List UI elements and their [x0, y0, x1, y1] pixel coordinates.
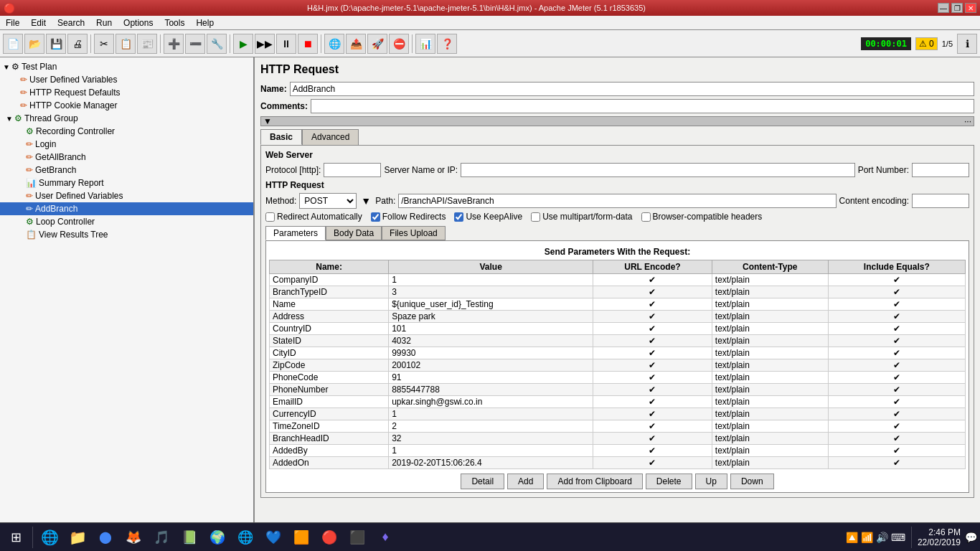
close-button[interactable]: ✕	[965, 3, 976, 13]
table-row[interactable]: StateID 4032 ✔ text/plain ✔	[270, 335, 966, 347]
start-button[interactable]: ⊞	[3, 525, 29, 550]
table-row[interactable]: CurrencyID 1 ✔ text/plain ✔	[270, 408, 966, 420]
tree-item-thread-group[interactable]: ▼ ⚙ Thread Group	[0, 112, 253, 125]
taskbar-app-chrome2[interactable]: 🌐	[232, 525, 258, 550]
server-name-input[interactable]	[461, 163, 855, 177]
table-row[interactable]: Address Spaze park ✔ text/plain ✔	[270, 311, 966, 323]
taskbar-app-chrome[interactable]: ⬤	[93, 525, 118, 550]
toolbar-toggle[interactable]: 🔧	[207, 34, 227, 54]
tree-toggle-thread-group[interactable]: ▼	[6, 115, 13, 123]
detail-button[interactable]: Detail	[461, 474, 504, 489]
toolbar-save-as[interactable]: 🖨	[67, 34, 88, 54]
table-row[interactable]: BranchTypeID 3 ✔ text/plain ✔	[270, 286, 966, 298]
table-row[interactable]: AddedOn 2019-02-20T15:06:26.4 ✔ text/pla…	[270, 457, 966, 469]
toolbar-collapse[interactable]: ➖	[185, 34, 205, 54]
follow-redirects-checkbox[interactable]	[371, 212, 380, 222]
toolbar-help[interactable]: ❓	[437, 34, 457, 54]
tray-notification[interactable]: 💬	[965, 532, 977, 543]
table-row[interactable]: CompanyID 1 ✔ text/plain ✔	[270, 274, 966, 286]
table-row[interactable]: EmailID upkar.singh@gswi.co.in ✔ text/pl…	[270, 396, 966, 408]
tab-basic[interactable]: Basic	[260, 129, 302, 145]
tree-item-view-results-tree[interactable]: 📋 View Results Tree	[0, 228, 253, 241]
path-input[interactable]	[398, 194, 836, 208]
taskbar-app-firefox[interactable]: 🦊	[121, 525, 146, 550]
redirect-auto-checkbox[interactable]	[265, 212, 275, 222]
toolbar-expand[interactable]: ➕	[164, 34, 184, 54]
taskbar-app-jmeter[interactable]: 🔴	[316, 525, 342, 550]
menu-tools[interactable]: Tools	[159, 17, 190, 29]
method-select[interactable]: POST GET PUT DELETE	[299, 193, 357, 209]
inner-tab-files-upload[interactable]: Files Upload	[382, 226, 446, 240]
toolbar-paste[interactable]: 📰	[137, 34, 157, 54]
table-row[interactable]: CityID 99930 ✔ text/plain ✔	[270, 347, 966, 359]
toolbar-save[interactable]: 💾	[46, 34, 66, 54]
add-button[interactable]: Add	[507, 474, 544, 489]
tree-item-loop-controller[interactable]: ⚙ Loop Controller	[0, 215, 253, 228]
menu-edit[interactable]: Edit	[25, 17, 52, 29]
table-row[interactable]: CountryID 101 ✔ text/plain ✔	[270, 323, 966, 335]
table-row[interactable]: ZipCode 200102 ✔ text/plain ✔	[270, 359, 966, 372]
tree-item-login[interactable]: ✏ Login	[0, 138, 253, 151]
name-input[interactable]	[290, 82, 974, 96]
content-encoding-input[interactable]	[912, 194, 969, 208]
up-button[interactable]: Up	[695, 474, 727, 489]
table-row[interactable]: BranchHeadID 32 ✔ text/plain ✔	[270, 433, 966, 445]
taskbar-app-music[interactable]: 🎵	[149, 525, 174, 550]
tree-item-udv2[interactable]: ✏ User Defined Variables	[0, 189, 253, 202]
table-row[interactable]: PhoneCode 91 ✔ text/plain ✔	[270, 372, 966, 384]
tray-keyboard[interactable]: ⌨	[891, 532, 905, 543]
tree-item-test-plan[interactable]: ▼ ⚙ Test Plan	[0, 60, 253, 73]
taskbar-app-explorer[interactable]: 📁	[65, 525, 90, 550]
taskbar-app-ie[interactable]: 🌍	[204, 525, 230, 550]
toolbar-copy[interactable]: 📋	[116, 34, 136, 54]
multipart-checkbox[interactable]	[531, 212, 540, 222]
toolbar-clear[interactable]: 🌐	[324, 34, 344, 54]
restore-button[interactable]: ❐	[951, 3, 963, 13]
table-row[interactable]: PhoneNumber 8855447788 ✔ text/plain ✔	[270, 384, 966, 396]
port-input[interactable]	[912, 163, 969, 177]
tree-item-recording-controller[interactable]: ⚙ Recording Controller	[0, 125, 253, 138]
table-row[interactable]: TimeZoneID 2 ✔ text/plain ✔	[270, 420, 966, 433]
taskbar-app-excel[interactable]: 📗	[176, 525, 202, 550]
taskbar-app-vs[interactable]: ♦	[372, 525, 398, 550]
taskbar-app-edge[interactable]: 🌐	[37, 525, 62, 550]
minimize-button[interactable]: —	[938, 3, 949, 13]
menu-help[interactable]: Help	[190, 17, 220, 29]
comments-input[interactable]	[311, 99, 974, 113]
browser-compat-checkbox[interactable]	[641, 212, 651, 222]
keepalive-checkbox[interactable]	[454, 212, 463, 222]
toolbar-remote-start[interactable]: 🚀	[367, 34, 387, 54]
menu-file[interactable]: File	[0, 17, 25, 29]
toolbar-remote-stop[interactable]: ⛔	[389, 34, 409, 54]
tray-volume[interactable]: 🔊	[876, 532, 888, 543]
add-clipboard-button[interactable]: Add from Clipboard	[547, 474, 642, 489]
clock[interactable]: 2:46 PM 22/02/2019	[918, 527, 961, 547]
tab-advanced[interactable]: Advanced	[302, 129, 359, 145]
toolbar-new[interactable]: 📄	[3, 34, 23, 54]
table-row[interactable]: AddedBy 1 ✔ text/plain ✔	[270, 445, 966, 457]
tree-item-http-defaults[interactable]: ✏ HTTP Request Defaults	[0, 86, 253, 99]
inner-tab-parameters[interactable]: Parameters	[265, 226, 326, 240]
tree-toggle-test-plan[interactable]: ▼	[3, 63, 10, 71]
tree-item-cookie-manager[interactable]: ✏ HTTP Cookie Manager	[0, 99, 253, 112]
menu-run[interactable]: Run	[90, 17, 118, 29]
toolbar-pause[interactable]: ⏸	[276, 34, 296, 54]
tray-up-arrow[interactable]: 🔼	[846, 532, 858, 543]
tree-item-user-defined-variables[interactable]: ✏ User Defined Variables	[0, 73, 253, 86]
taskbar-app-terminal[interactable]: ⬛	[344, 525, 370, 550]
collapse-bar[interactable]: ▼ ···	[260, 116, 974, 126]
toolbar-cut[interactable]: ✂	[94, 34, 114, 54]
delete-button[interactable]: Delete	[646, 474, 692, 489]
toolbar-info[interactable]: ℹ	[957, 34, 977, 54]
tree-item-addbranch[interactable]: ✏ AddBranch	[0, 202, 253, 215]
protocol-input[interactable]	[324, 163, 381, 177]
tree-item-getallbranch[interactable]: ✏ GetAllBranch	[0, 151, 253, 164]
table-row[interactable]: Name ${unique_user_id}_Testing ✔ text/pl…	[270, 298, 966, 311]
toolbar-open[interactable]: 📂	[24, 34, 44, 54]
toolbar-functions[interactable]: 📊	[415, 34, 435, 54]
tree-item-getbranch[interactable]: ✏ GetBranch	[0, 164, 253, 176]
tray-network[interactable]: 📶	[861, 532, 873, 543]
toolbar-start-nopause[interactable]: ▶▶	[255, 34, 275, 54]
tree-item-summary-report[interactable]: 📊 Summary Report	[0, 176, 253, 189]
inner-tab-body-data[interactable]: Body Data	[326, 226, 382, 240]
